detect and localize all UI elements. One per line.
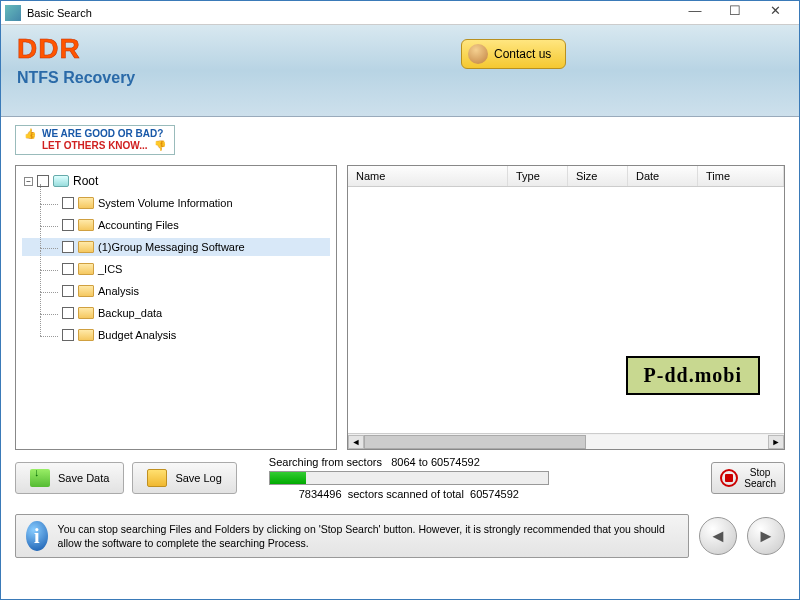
checkbox[interactable] [62, 219, 74, 231]
collapse-icon[interactable]: − [24, 177, 33, 186]
tree-item-label: System Volume Information [98, 197, 233, 209]
progress-bar [269, 471, 549, 485]
save-data-label: Save Data [58, 472, 109, 484]
tree-item-label: Backup_data [98, 307, 162, 319]
watermark-label: P-dd.mobi [626, 356, 760, 395]
col-date[interactable]: Date [628, 166, 698, 186]
tree-item[interactable]: System Volume Information [22, 194, 330, 212]
save-data-button[interactable]: Save Data [15, 462, 124, 494]
col-type[interactable]: Type [508, 166, 568, 186]
folder-icon [78, 219, 94, 231]
checkbox[interactable] [37, 175, 49, 187]
tree-item-label: _ICS [98, 263, 122, 275]
logo-text: DDR [17, 33, 783, 65]
col-time[interactable]: Time [698, 166, 784, 186]
tree-root-node[interactable]: − Root [22, 172, 330, 190]
progress-fill [270, 472, 306, 484]
save-log-button[interactable]: Save Log [132, 462, 236, 494]
drive-icon [53, 175, 69, 187]
folder-icon [78, 197, 94, 209]
folder-icon [78, 285, 94, 297]
feedback-line2: LET OTHERS KNOW... [42, 140, 148, 151]
checkbox[interactable] [62, 307, 74, 319]
checkbox[interactable] [62, 197, 74, 209]
tree-root-label: Root [73, 174, 98, 188]
titlebar: Basic Search — ☐ ✕ [1, 1, 799, 25]
folder-icon [78, 307, 94, 319]
prev-button[interactable]: ◄ [699, 517, 737, 555]
progress-scanned: 7834496 [299, 488, 342, 500]
tree-item-label: Analysis [98, 285, 139, 297]
info-message-box: i You can stop searching Files and Folde… [15, 514, 689, 558]
window-title: Basic Search [27, 7, 675, 19]
tree-item[interactable]: _ICS [22, 260, 330, 278]
tree-item[interactable]: Backup_data [22, 304, 330, 322]
folder-icon [78, 241, 94, 253]
file-list-panel: Name Type Size Date Time P-dd.mobi ◄ ► [347, 165, 785, 450]
stop-icon [720, 469, 738, 487]
contact-us-label: Contact us [494, 47, 551, 61]
tree-item-label: Budget Analysis [98, 329, 176, 341]
col-size[interactable]: Size [568, 166, 628, 186]
maximize-button[interactable]: ☐ [715, 3, 755, 23]
checkbox[interactable] [62, 285, 74, 297]
col-name[interactable]: Name [348, 166, 508, 186]
checkbox[interactable] [62, 241, 74, 253]
progress-total: 60574592 [470, 488, 519, 500]
app-icon [5, 5, 21, 21]
info-text: You can stop searching Files and Folders… [58, 522, 678, 550]
contact-us-button[interactable]: Contact us [461, 39, 566, 69]
tree-item-label: Accounting Files [98, 219, 179, 231]
stop-search-button[interactable]: StopSearch [711, 462, 785, 494]
feedback-link[interactable]: 👍 WE ARE GOOD OR BAD? LET OTHERS KNOW...… [15, 125, 175, 155]
tree-item[interactable]: (1)Group Messaging Software [22, 238, 330, 256]
stop-search-label: StopSearch [744, 467, 776, 489]
tree-item[interactable]: Accounting Files [22, 216, 330, 234]
progress-mid: sectors scanned of total [348, 488, 464, 500]
list-header: Name Type Size Date Time [348, 166, 784, 187]
scroll-left-icon[interactable]: ◄ [348, 435, 364, 449]
app-subtitle: NTFS Recovery [17, 69, 783, 87]
tree-item[interactable]: Analysis [22, 282, 330, 300]
folder-icon [78, 263, 94, 275]
feedback-line1: WE ARE GOOD OR BAD? [42, 128, 163, 139]
save-log-icon [147, 469, 167, 487]
horizontal-scrollbar[interactable]: ◄ ► [348, 433, 784, 449]
checkbox[interactable] [62, 329, 74, 341]
save-data-icon [30, 469, 50, 487]
header-banner: DDR NTFS Recovery Contact us [1, 25, 799, 117]
folder-tree[interactable]: − Root System Volume InformationAccounti… [15, 165, 337, 450]
minimize-button[interactable]: — [675, 3, 715, 23]
close-button[interactable]: ✕ [755, 3, 795, 23]
scroll-right-icon[interactable]: ► [768, 435, 784, 449]
tree-item[interactable]: Budget Analysis [22, 326, 330, 344]
info-icon: i [26, 521, 48, 551]
checkbox[interactable] [62, 263, 74, 275]
tree-item-label: (1)Group Messaging Software [98, 241, 245, 253]
scroll-track[interactable] [364, 435, 768, 449]
progress-area: Searching from sectors 8064 to 60574592 … [245, 456, 703, 500]
list-body: P-dd.mobi [348, 187, 784, 433]
next-button[interactable]: ► [747, 517, 785, 555]
scroll-thumb[interactable] [364, 435, 586, 449]
save-log-label: Save Log [175, 472, 221, 484]
progress-range: 8064 to 60574592 [391, 456, 480, 468]
contact-avatar-icon [468, 44, 488, 64]
folder-icon [78, 329, 94, 341]
progress-label: Searching from sectors [269, 456, 382, 468]
